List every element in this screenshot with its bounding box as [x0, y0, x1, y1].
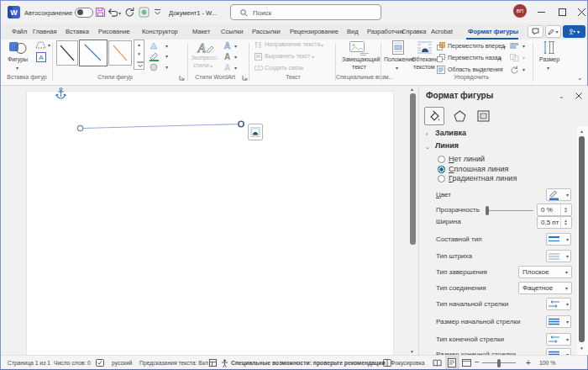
search-box[interactable]: Поиск [230, 4, 381, 20]
layout-options-button[interactable] [248, 124, 263, 140]
cap-type-dropdown[interactable]: Плоское ▾ [518, 266, 572, 278]
create-link-label[interactable]: Создать связь [265, 65, 303, 71]
tab-acrobat[interactable]: Acrobat [431, 28, 453, 35]
size-button-label[interactable]: Размер [539, 56, 559, 62]
rotate-objects-icon[interactable] [510, 66, 518, 74]
width-spinner[interactable]: ▲▼ [560, 217, 570, 228]
zoom-in-icon[interactable]: + [526, 358, 531, 367]
shape-style-3[interactable] [108, 40, 132, 66]
line-start-handle[interactable] [77, 125, 82, 130]
text-outline-icon[interactable]: А [223, 52, 232, 61]
status-focus[interactable]: Фокусировка [391, 360, 425, 366]
share-button[interactable]: ▾ [563, 25, 585, 38]
minimize-button[interactable] [533, 3, 549, 20]
tab-view[interactable]: Вид [347, 28, 359, 35]
tab-references[interactable]: Ссылки [221, 28, 243, 35]
save-icon[interactable] [95, 7, 106, 18]
align-objects-icon[interactable] [510, 42, 519, 50]
doc-scroll-up-icon[interactable]: ▲ [410, 87, 414, 92]
tab-developer[interactable]: Разработчик [367, 28, 404, 35]
print-layout-icon[interactable] [448, 358, 456, 367]
begin-arrow-size-button[interactable]: ▾ [546, 315, 571, 328]
status-accessibility[interactable]: Специальные возможности: проверьте реком… [231, 360, 386, 366]
layout-properties-icon[interactable] [477, 110, 490, 122]
transparency-slider-track[interactable] [486, 210, 533, 211]
join-type-dropdown[interactable]: Фацетное ▾ [518, 282, 572, 294]
autosave-toggle[interactable] [75, 8, 93, 18]
text-direction-label[interactable]: Направление текста [265, 41, 320, 47]
quick-access-chevron-icon[interactable] [154, 8, 161, 16]
shapes-button[interactable]: Фигуры [8, 56, 28, 62]
shape-fill-icon[interactable] [149, 42, 159, 50]
line-section-header[interactable]: Линия [435, 141, 459, 150]
panel-tab-fill-line[interactable] [424, 107, 444, 125]
word-logo-icon[interactable]: W [8, 6, 20, 18]
stamp-icon[interactable] [139, 7, 150, 18]
shape-styles-gallery-scroll[interactable]: ▲ ▼ [134, 40, 144, 70]
text-box-icon[interactable]: А [36, 52, 46, 62]
radio-no-line[interactable] [438, 156, 445, 163]
gallery-down-icon[interactable]: ▼ [137, 52, 141, 56]
panel-close-icon[interactable] [575, 92, 582, 99]
gallery-more-icon[interactable] [137, 61, 144, 68]
accessibility-icon[interactable] [221, 359, 228, 367]
line-end-handle[interactable] [239, 121, 244, 126]
shape-style-1[interactable] [56, 40, 78, 66]
effects-pentagon-icon[interactable] [454, 110, 466, 122]
radio-solid-line-label[interactable]: Сплошная линия [449, 165, 508, 173]
wrap-text-label-line2[interactable]: текстом [413, 64, 435, 70]
align-text-label[interactable]: Выровнять текст [265, 53, 311, 59]
end-arrow-type-button[interactable]: ▾ [546, 333, 571, 346]
doc-scrollbar-thumb[interactable] [410, 93, 416, 245]
radio-gradient-line-label[interactable]: Градиентная линия [449, 174, 517, 182]
bring-forward-label[interactable]: Переместить вперед [448, 43, 505, 49]
status-words[interactable]: Число слов: 0 [54, 360, 91, 366]
transparency-value-field[interactable]: 0 % ▲▼ [537, 204, 572, 216]
position-label[interactable]: Положение [384, 56, 415, 62]
compound-type-button[interactable]: ▾ [546, 233, 571, 246]
predictions-icon[interactable] [209, 359, 217, 367]
panel-scrollbar-thumb[interactable] [579, 136, 585, 342]
dash-type-button[interactable]: ▾ [546, 250, 571, 262]
tab-insert[interactable]: Вставка [66, 28, 89, 35]
doc-scroll-down-icon[interactable]: ▼ [410, 350, 414, 354]
edit-shape-icon[interactable] [35, 41, 46, 50]
status-language[interactable]: русский [112, 360, 132, 366]
gallery-up-icon[interactable]: ▲ [137, 43, 141, 47]
undo-dropdown-icon[interactable]: ▾ [118, 11, 121, 16]
proofing-icon[interactable] [96, 359, 104, 367]
fill-section-chevron-icon[interactable]: › [426, 131, 428, 137]
shape-styles-dialog-launcher-icon[interactable] [179, 75, 185, 81]
undo-icon[interactable] [108, 8, 118, 17]
zoom-slider-thumb[interactable] [497, 359, 501, 367]
zoom-level[interactable]: 100 % [539, 360, 555, 366]
transparency-spinner[interactable]: ▲▼ [560, 204, 570, 215]
wordart-express-line1[interactable]: Экспресс- [191, 55, 218, 61]
text-effects-icon[interactable]: А [223, 63, 232, 72]
transparency-slider-thumb[interactable] [486, 206, 489, 215]
panel-scroll-down-icon[interactable]: ▼ [580, 346, 584, 351]
radio-solid-line[interactable] [438, 166, 445, 173]
alt-text-label-line2[interactable]: текст [352, 64, 366, 70]
tab-mailings[interactable]: Рассылки [252, 28, 281, 35]
radio-gradient-line[interactable] [438, 175, 445, 182]
begin-arrow-type-button[interactable]: ▾ [546, 298, 571, 310]
status-predictions[interactable]: Предсказания текста: Вкл [139, 360, 208, 366]
line-shape[interactable] [76, 118, 247, 135]
zoom-out-icon[interactable]: − [475, 357, 480, 367]
tab-help[interactable]: Справка [402, 28, 426, 35]
group-objects-icon[interactable] [510, 54, 519, 61]
wordart-dialog-launcher-icon[interactable] [242, 75, 248, 81]
tab-review[interactable]: Рецензирование [290, 28, 339, 35]
editing-mode-button[interactable]: ▾ [545, 25, 561, 38]
read-mode-icon[interactable] [433, 359, 442, 367]
status-page[interactable]: Страница 1 из 1 [8, 360, 50, 366]
comments-button[interactable] [528, 25, 543, 38]
tab-home[interactable]: Главная [33, 28, 57, 35]
panel-collapse-icon[interactable]: ⌄ [559, 93, 564, 100]
width-value-field[interactable]: 0,5 пт ▲▼ [537, 216, 572, 229]
redo-icon[interactable] [124, 7, 134, 17]
shape-style-2-selected[interactable] [79, 40, 108, 66]
tab-design[interactable]: Конструктор [142, 28, 178, 35]
text-fill-icon[interactable]: А [223, 41, 232, 50]
